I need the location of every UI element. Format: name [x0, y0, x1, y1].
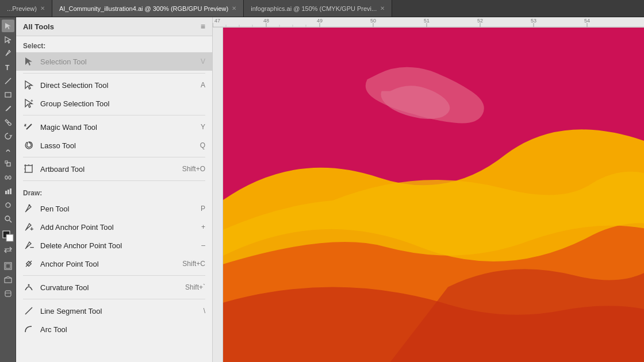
- svg-point-0: [9, 50, 10, 51]
- pen-tool-shortcut: P: [201, 205, 205, 213]
- artwork-svg: [223, 28, 644, 362]
- tab-ai-community-label: AI_Community_illustration4.ai @ 300% (RG…: [59, 5, 228, 12]
- divider-6: [23, 299, 205, 299]
- canvas-background[interactable]: [223, 28, 644, 362]
- section-draw-label: Draw:: [16, 183, 212, 199]
- curvature-name: Curvature Tool: [40, 283, 179, 292]
- add-anchor-shortcut: +: [201, 223, 205, 231]
- toolbar-scale-tool[interactable]: [2, 157, 14, 170]
- panel-scroll[interactable]: Select: Selection Tool V Direct Selectio…: [16, 36, 212, 362]
- tool-item-delete-anchor[interactable]: – Delete Anchor Point Tool –: [16, 236, 212, 255]
- svg-text:51: 51: [424, 18, 430, 24]
- tool-item-magic-wand[interactable]: Magic Wand Tool Y: [16, 118, 212, 136]
- tool-item-add-anchor[interactable]: + Add Anchor Point Tool +: [16, 218, 212, 236]
- svg-rect-3: [5, 93, 11, 97]
- tab-ai-community[interactable]: AI_Community_illustration4.ai @ 300% (RG…: [52, 0, 244, 17]
- svg-point-41: [28, 284, 30, 286]
- svg-text:+: +: [30, 98, 33, 103]
- tool-item-curvature[interactable]: Curvature Tool Shift+`: [16, 278, 212, 296]
- main-area: T: [0, 17, 644, 362]
- anchor-point-name: Anchor Point Tool: [40, 260, 177, 268]
- svg-point-11: [6, 203, 10, 207]
- toolbar-fill-stroke[interactable]: [2, 230, 14, 242]
- pen-tool-icon: [23, 203, 34, 214]
- tool-item-selection[interactable]: Selection Tool V: [16, 52, 212, 71]
- panel-title: All Tools: [23, 22, 54, 31]
- svg-rect-23: [5, 278, 12, 283]
- group-selection-icon: +: [23, 98, 34, 109]
- toolbar-zoom-tool[interactable]: [2, 213, 14, 225]
- svg-rect-8: [5, 191, 7, 194]
- tool-item-direct-selection[interactable]: Direct Selection Tool A: [16, 76, 212, 94]
- panel-menu-icon[interactable]: ≡: [201, 22, 205, 31]
- toolbar-line-tool[interactable]: [2, 75, 14, 87]
- toolbar-rect-tool[interactable]: [2, 88, 14, 101]
- ruler-left: [213, 28, 223, 362]
- divider-2: [23, 115, 205, 115]
- line-segment-name: Line Segment Tool: [40, 307, 198, 315]
- magic-wand-icon: [23, 121, 34, 133]
- add-anchor-icon: +: [23, 221, 34, 233]
- lasso-shortcut: Q: [200, 141, 205, 149]
- toolbar-swap-colors[interactable]: [2, 244, 14, 256]
- toolbar-direct-selection[interactable]: [2, 33, 14, 46]
- tab-infographics[interactable]: infographics.ai @ 150% (CMYK/GPU Previ..…: [244, 0, 392, 17]
- svg-text:48: 48: [263, 18, 269, 24]
- toolbar-extra-1[interactable]: [2, 274, 14, 286]
- anchor-point-shortcut: Shift+C: [182, 260, 205, 268]
- left-toolbar: T: [0, 17, 16, 362]
- svg-point-6: [5, 176, 7, 179]
- tab-preview-label: ...Preview): [7, 5, 37, 12]
- arc-name: Arc Tool: [40, 325, 200, 334]
- svg-text:54: 54: [584, 18, 590, 24]
- svg-text:53: 53: [531, 18, 536, 24]
- tab-ai-community-close[interactable]: ✕: [232, 5, 236, 11]
- arc-icon: [23, 324, 34, 335]
- toolbar-paint-bucket[interactable]: [2, 116, 14, 129]
- toolbar-blend-tool[interactable]: [2, 171, 14, 184]
- toolbar-column-graph[interactable]: [2, 185, 14, 198]
- toolbar-extra-2[interactable]: [2, 287, 14, 300]
- tool-item-line-segment[interactable]: Line Segment Tool \: [16, 302, 212, 320]
- svg-point-14: [6, 203, 7, 205]
- tool-item-group-selection[interactable]: + Group Selection Tool: [16, 94, 212, 113]
- selection-tool-shortcut: V: [201, 57, 205, 66]
- toolbar-rotate-tool[interactable]: [2, 130, 14, 143]
- toolbar-warp-tool[interactable]: [2, 144, 14, 156]
- svg-point-15: [5, 216, 10, 221]
- svg-line-42: [25, 307, 32, 314]
- toolbar-selection-tool[interactable]: [2, 20, 14, 32]
- line-segment-icon: [23, 305, 34, 317]
- tab-preview[interactable]: ...Preview) ✕: [0, 0, 52, 17]
- tab-preview-close[interactable]: ✕: [40, 5, 45, 11]
- pen-tool-name: Pen Tool: [40, 205, 195, 213]
- toolbar-artboards[interactable]: [2, 260, 14, 272]
- section-select-label: Select:: [16, 36, 212, 52]
- tool-item-arc[interactable]: Arc Tool: [16, 320, 212, 338]
- svg-rect-26: [5, 291, 11, 296]
- tool-item-pen[interactable]: Pen Tool P: [16, 199, 212, 218]
- tool-item-artboard[interactable]: Artboard Tool Shift+O: [16, 160, 212, 178]
- svg-rect-18: [6, 234, 13, 241]
- tab-infographics-close[interactable]: ✕: [380, 5, 385, 11]
- svg-text:T: T: [5, 64, 10, 71]
- toolbar-pen-tool[interactable]: [2, 47, 14, 60]
- curvature-shortcut: Shift+`: [185, 283, 205, 291]
- canvas-area[interactable]: 47 48 49 50 51 52 53 54: [213, 17, 644, 362]
- svg-point-37: [29, 205, 30, 206]
- selection-tool-name: Selection Tool: [40, 57, 195, 66]
- divider-3: [23, 157, 205, 157]
- toolbar-pencil-tool[interactable]: [2, 102, 14, 115]
- svg-point-7: [9, 176, 11, 179]
- toolbar-type-tool[interactable]: T: [2, 61, 14, 74]
- magic-wand-name: Magic Wand Tool: [40, 123, 195, 132]
- svg-text:49: 49: [317, 18, 323, 24]
- curvature-icon: [23, 282, 34, 293]
- all-tools-panel: All Tools ≡ Select: Selection Tool V Dir…: [16, 17, 213, 362]
- tab-bar: ...Preview) ✕ AI_Community_illustration4…: [0, 0, 644, 17]
- tool-item-anchor-point[interactable]: Anchor Point Tool Shift+C: [16, 255, 212, 273]
- magic-wand-shortcut: Y: [201, 123, 205, 131]
- delete-anchor-shortcut: –: [201, 241, 205, 249]
- tool-item-lasso[interactable]: Lasso Tool Q: [16, 136, 212, 155]
- toolbar-symbol-sprayer[interactable]: [2, 199, 14, 211]
